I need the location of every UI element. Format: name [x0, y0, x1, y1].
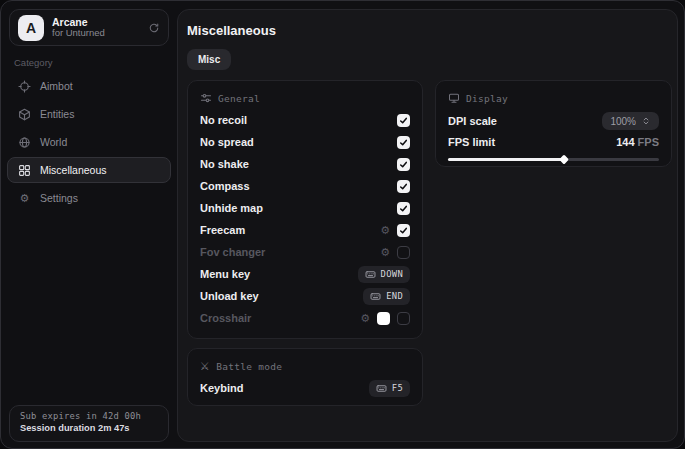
setting-row-no-shake: No shake — [200, 153, 410, 175]
setting-label: Unhide map — [200, 202, 263, 214]
dpi-scale-value: 100% — [610, 116, 636, 127]
setting-controls — [397, 180, 410, 193]
slider-thumb[interactable] — [559, 155, 569, 165]
setting-label: Menu key — [200, 268, 250, 280]
gear-icon[interactable]: ⚙ — [360, 313, 370, 324]
keybind-value: F5 — [392, 383, 403, 393]
display-card-title: Display — [466, 93, 508, 104]
keybind-badge[interactable]: F5 — [369, 380, 410, 397]
slider-fill — [448, 158, 564, 161]
category-label: Category — [14, 57, 53, 68]
app-logo-letter: A — [26, 20, 36, 36]
session-duration-text: Session duration 2m 47s — [20, 423, 158, 433]
setting-controls — [397, 136, 410, 149]
keyboard-icon — [370, 291, 381, 302]
setting-label: Compass — [200, 180, 250, 192]
app-subtitle: for Unturned — [52, 28, 140, 39]
sidebar-item-label: Aimbot — [40, 80, 73, 92]
gear-icon: ⚙ — [18, 193, 31, 204]
fps-limit-slider[interactable] — [448, 155, 659, 164]
setting-row-unload-key: Unload keyEND — [200, 285, 410, 307]
checkbox[interactable] — [397, 246, 410, 259]
setting-controls: DOWN — [358, 266, 410, 283]
setting-controls: F5 — [369, 380, 410, 397]
sidebar-item-settings[interactable]: ⚙Settings — [7, 185, 171, 211]
setting-label: No recoil — [200, 114, 247, 126]
sidebar-item-entities[interactable]: Entities — [7, 101, 171, 127]
setting-label: Freecam — [200, 224, 245, 236]
setting-controls — [397, 202, 410, 215]
cube-icon — [18, 108, 31, 121]
setting-label: Unload key — [200, 290, 259, 302]
fps-limit-value: 144 FPS — [616, 136, 659, 148]
gear-icon[interactable]: ⚙ — [380, 247, 390, 258]
checkbox[interactable] — [397, 158, 410, 171]
setting-row-fov-changer: Fov changer⚙ — [200, 241, 410, 263]
general-card-title: General — [218, 93, 260, 104]
keyboard-icon — [365, 269, 376, 280]
general-card-header: General — [200, 90, 410, 106]
sliders-icon — [200, 92, 212, 104]
fps-limit-row: FPS limit 144 FPS — [448, 133, 659, 151]
crosshair-icon — [18, 80, 31, 93]
setting-controls: END — [363, 288, 410, 305]
sidebar: A Arcane for Unturned Category AimbotEnt… — [1, 1, 177, 448]
sub-expiry-text: Sub expires in 42d 00h — [20, 411, 158, 421]
keybind-value: DOWN — [381, 269, 403, 279]
sync-icon[interactable] — [148, 22, 160, 34]
checkbox[interactable] — [397, 180, 410, 193]
setting-row-menu-key: Menu keyDOWN — [200, 263, 410, 285]
checkbox[interactable] — [397, 136, 410, 149]
setting-label: Keybind — [200, 382, 243, 394]
setting-row-no-spread: No spread — [200, 131, 410, 153]
chevron-updown-icon — [641, 116, 651, 126]
setting-row-freecam: Freecam⚙ — [200, 219, 410, 241]
tab-misc[interactable]: Misc — [187, 49, 231, 70]
checkbox[interactable] — [397, 312, 410, 325]
swords-icon: ⚔ — [200, 361, 210, 372]
setting-controls — [397, 158, 410, 171]
display-card-header: Display — [448, 90, 659, 106]
gear-icon[interactable]: ⚙ — [380, 225, 390, 236]
session-card: Sub expires in 42d 00h Session duration … — [9, 405, 169, 442]
sidebar-item-aimbot[interactable]: Aimbot — [7, 73, 171, 99]
checkbox[interactable] — [397, 114, 410, 127]
setting-label: No shake — [200, 158, 249, 170]
sidebar-nav: AimbotEntitiesWorldMiscellaneous⚙Setting… — [7, 73, 171, 213]
setting-row-compass: Compass — [200, 175, 410, 197]
app-logo: A — [18, 15, 44, 41]
sidebar-item-label: Miscellaneous — [40, 164, 107, 176]
checkbox[interactable] — [397, 224, 410, 237]
display-card: Display DPI scale 100% FPS limit 144 FPS — [435, 80, 672, 167]
keybind-badge[interactable]: DOWN — [358, 266, 410, 283]
grid-icon — [18, 164, 31, 177]
globe-icon — [18, 136, 31, 149]
sidebar-item-label: Entities — [40, 108, 74, 120]
setting-label: Crosshair — [200, 312, 251, 324]
setting-row-no-recoil: No recoil — [200, 109, 410, 131]
app-window: A Arcane for Unturned Category AimbotEnt… — [0, 0, 685, 449]
sidebar-item-world[interactable]: World — [7, 129, 171, 155]
setting-controls: ⚙ — [380, 224, 410, 237]
sidebar-item-label: Settings — [40, 192, 78, 204]
page-title: Miscellaneous — [187, 23, 276, 38]
main-panel: Miscellaneous Misc General No recoilNo s… — [177, 9, 678, 442]
setting-label: No spread — [200, 136, 254, 148]
sidebar-item-miscellaneous[interactable]: Miscellaneous — [7, 157, 171, 183]
keybind-badge[interactable]: END — [363, 288, 410, 305]
sidebar-item-label: World — [40, 136, 67, 148]
setting-controls: ⚙ — [380, 246, 410, 259]
brand-text: Arcane for Unturned — [52, 16, 140, 39]
checkbox[interactable] — [397, 202, 410, 215]
battle-mode-card-title: Battle mode — [216, 361, 282, 372]
brand-card: A Arcane for Unturned — [9, 9, 169, 46]
dpi-scale-label: DPI scale — [448, 115, 497, 127]
setting-row-keybind: KeybindF5 — [200, 377, 410, 399]
setting-controls — [397, 114, 410, 127]
battle-mode-card: ⚔ Battle mode KeybindF5 — [187, 348, 423, 406]
dpi-scale-select[interactable]: 100% — [602, 112, 659, 130]
general-card: General No recoilNo spreadNo shakeCompas… — [187, 80, 423, 339]
color-swatch[interactable] — [377, 312, 390, 325]
monitor-icon — [448, 92, 460, 104]
setting-row-unhide-map: Unhide map — [200, 197, 410, 219]
